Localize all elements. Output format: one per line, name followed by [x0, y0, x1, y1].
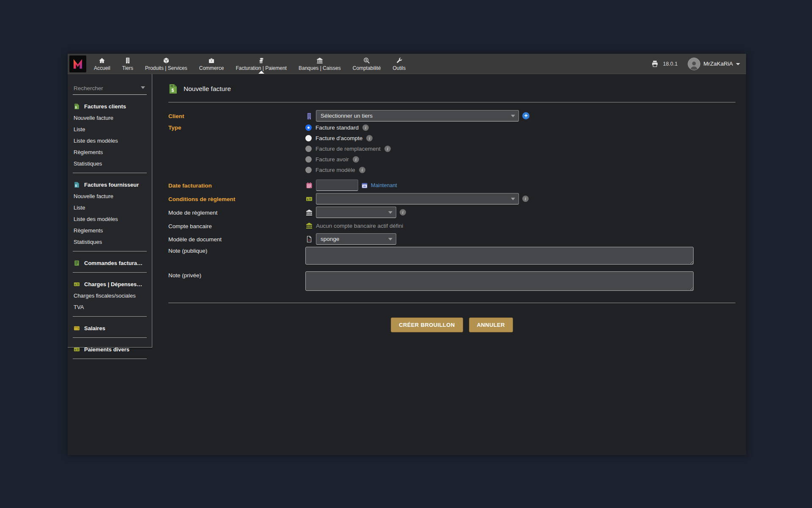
add-third-party-button[interactable]: +: [522, 112, 529, 119]
coins-icon: [258, 57, 265, 64]
sidebar-item-liste-des-modeles-fournisseur[interactable]: Liste des modèles: [73, 213, 147, 225]
bank-icon: [305, 222, 313, 229]
type-option-avoir: Facture avoir i: [305, 156, 735, 163]
create-draft-button[interactable]: CRÉER BROUILLON: [391, 318, 463, 332]
radio-facture-standard[interactable]: [305, 124, 312, 131]
search-input[interactable]: [74, 85, 146, 91]
avatar: [688, 58, 700, 70]
divider: [168, 102, 735, 102]
sidebar-item-charges-fiscales-sociales[interactable]: Charges fiscales/sociales: [73, 290, 147, 301]
radio-facture-remplacement: [305, 146, 312, 152]
third-party-icon: [305, 113, 313, 119]
info-icon: i: [353, 156, 359, 163]
info-icon: i: [522, 196, 529, 202]
sidebar-item-salaires[interactable]: Salaires: [73, 323, 147, 334]
topbar-right-area: 18.0.1 MrZaKaRiA: [651, 54, 746, 74]
main-content: $ Nouvelle facture Client: [152, 74, 746, 455]
chevron-down-icon[interactable]: [141, 86, 145, 89]
building-icon: [124, 57, 131, 64]
calendar-icon: [305, 182, 313, 189]
desktop-background: Accueil Tiers Produits | Services: [0, 0, 812, 508]
app-window: Accueil Tiers Produits | Services: [68, 54, 746, 455]
briefcase-icon: [208, 57, 215, 64]
left-sidebar: $ Factures clients Nouvelle facture List…: [68, 74, 152, 348]
sidebar-item-paiements-divers[interactable]: $ Paiements divers: [73, 344, 147, 355]
now-link[interactable]: Maintenant: [371, 182, 397, 188]
money-bill-icon: $: [74, 346, 80, 353]
doc-template-row: Modèle de document A sponge: [168, 233, 735, 245]
bank-account-message: Aucun compte bancaire actif défini: [316, 223, 403, 229]
payment-mode-row: Mode de règlement i: [168, 207, 735, 218]
main-menu: Accueil Tiers Produits | Services: [88, 54, 411, 74]
page-title: Nouvelle facture: [184, 85, 231, 93]
nav-banques-caisses[interactable]: Banques | Caisses: [293, 54, 347, 74]
type-option-standard: Facture standard i: [305, 124, 735, 131]
section-factures-clients: $ Factures clients Nouvelle facture List…: [73, 101, 147, 173]
nav-produits-services[interactable]: Produits | Services: [139, 54, 193, 74]
order-invoice-icon: [74, 260, 80, 266]
invoice-icon: $: [74, 182, 80, 188]
bank-icon: [316, 57, 323, 64]
nav-outils[interactable]: Outils: [387, 54, 412, 74]
note-public-label: Note (publique): [168, 247, 305, 254]
sidebar-item-factures-clients[interactable]: $ Factures clients: [73, 101, 147, 112]
svg-text:$: $: [75, 106, 77, 109]
sidebar-item-reglements[interactable]: Règlements: [73, 146, 147, 158]
sidebar-item-liste-fournisseur[interactable]: Liste: [73, 202, 147, 213]
wallet-icon: [74, 325, 80, 331]
bank-account-label: Compte bancaire: [168, 222, 305, 229]
sidebar-item-reglements-fournisseur[interactable]: Règlements: [73, 225, 147, 236]
nav-facturation-paiement[interactable]: Facturation | Paiement: [230, 54, 293, 74]
sidebar-item-commandes-facturables[interactable]: Commandes factura…: [73, 257, 147, 269]
brand-m-icon: [69, 55, 86, 72]
client-select[interactable]: Sélectionner un tiers: [316, 110, 519, 121]
divider: [73, 272, 147, 273]
money-bill-icon: $: [74, 281, 80, 287]
divider: [73, 316, 147, 317]
sidebar-item-statistiques[interactable]: Statistiques: [73, 158, 147, 169]
doc-template-select[interactable]: sponge: [316, 233, 396, 245]
svg-text:$: $: [365, 58, 367, 62]
home-icon: [99, 57, 105, 64]
note-public-textarea[interactable]: [305, 247, 694, 265]
payment-terms-icon: $: [305, 196, 313, 202]
user-menu[interactable]: MrZaKaRiA: [688, 58, 740, 70]
sidebar-item-nouvelle-facture-fournisseur[interactable]: Nouvelle facture: [73, 190, 147, 202]
sidebar-item-factures-fournisseur[interactable]: $ Factures fournisseur: [73, 179, 147, 190]
note-private-textarea[interactable]: [305, 271, 694, 291]
chevron-down-icon: [388, 211, 392, 214]
sidebar-item-tva[interactable]: TVA: [73, 301, 147, 313]
sidebar-search: [73, 83, 147, 95]
sidebar-item-liste[interactable]: Liste: [73, 124, 147, 135]
form-actions: CRÉER BROUILLON ANNULER: [168, 318, 735, 332]
page-title-row: $ Nouvelle facture: [168, 83, 735, 94]
nav-commerce[interactable]: Commerce: [193, 54, 230, 74]
svg-text:A: A: [308, 238, 310, 241]
chevron-down-icon: [388, 238, 392, 240]
sidebar-item-statistiques-fournisseur[interactable]: Statistiques: [73, 236, 147, 248]
nav-accueil[interactable]: Accueil: [88, 54, 116, 74]
info-icon: i: [359, 167, 365, 173]
date-picker-icon[interactable]: [362, 182, 368, 188]
invoice-date-input[interactable]: [316, 179, 358, 191]
type-label: Type: [168, 124, 305, 131]
section-salaires: Salaires: [73, 323, 147, 338]
bank-account-row: Compte bancaire Aucun compte bancaire ac…: [168, 220, 735, 231]
info-icon: i: [400, 209, 406, 215]
payment-mode-select[interactable]: [316, 207, 396, 218]
sidebar-item-nouvelle-facture[interactable]: Nouvelle facture: [73, 112, 147, 124]
chevron-down-icon: [511, 198, 515, 200]
top-navigation-bar: Accueil Tiers Produits | Services: [68, 54, 746, 74]
app-logo[interactable]: [68, 54, 88, 74]
sidebar-item-liste-des-modeles[interactable]: Liste des modèles: [73, 135, 147, 146]
printer-icon[interactable]: [651, 60, 658, 67]
nav-tiers[interactable]: Tiers: [116, 54, 139, 74]
nav-comptabilite[interactable]: $ Comptabilité: [347, 54, 387, 74]
new-invoice-form: Client Sélectionner un tiers +: [168, 110, 735, 291]
payment-terms-select[interactable]: [316, 193, 519, 204]
radio-facture-acompte[interactable]: [305, 135, 312, 141]
info-icon: i: [384, 146, 391, 152]
sidebar-item-charges-depenses[interactable]: $ Charges | Dépenses…: [73, 279, 147, 290]
date-label: Date facturation: [168, 182, 305, 189]
cancel-button[interactable]: ANNULER: [469, 318, 513, 332]
